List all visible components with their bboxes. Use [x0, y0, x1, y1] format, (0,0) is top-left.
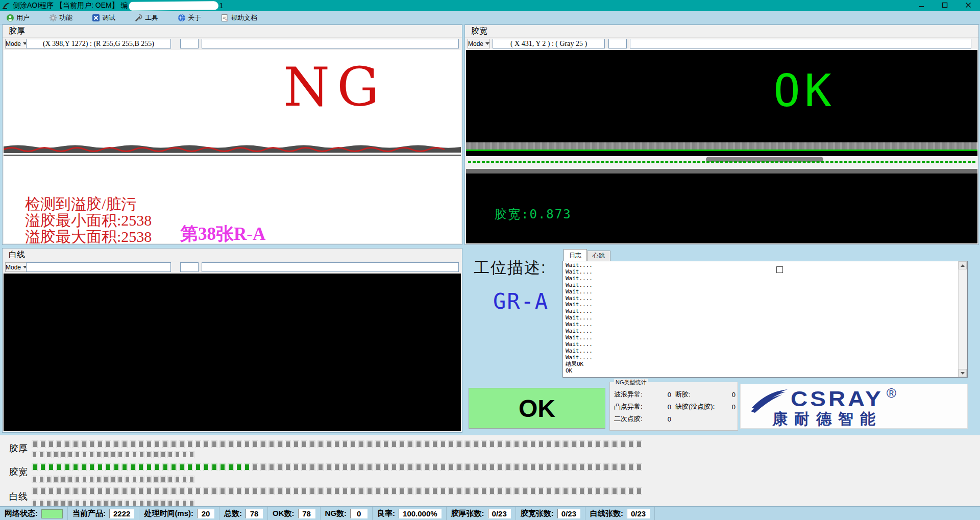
progress-cell: [228, 440, 234, 448]
progress-cell: [125, 476, 130, 483]
minimize-button[interactable]: [910, 0, 933, 11]
progress-cell: [64, 440, 70, 448]
status-label: 当前产品:: [72, 509, 106, 518]
menu-item-帮助文档[interactable]: 帮助文档: [216, 12, 261, 23]
status-item: 网络状态:: [0, 507, 68, 520]
progress-cell: [219, 440, 226, 448]
progress-cell-filled: [154, 463, 160, 471]
pixel-readout[interactable]: ( X 431, Y 2 ) : ( Gray 25 ): [493, 39, 605, 48]
progress-cell: [603, 463, 609, 471]
progress-cell: [620, 440, 626, 448]
progress-cell: [211, 487, 217, 495]
progress-cell: [546, 487, 552, 495]
toolbar-box-small[interactable]: [180, 262, 199, 272]
camera-strip-white: [466, 156, 977, 169]
log-list[interactable]: Wait....Wait....Wait....Wait....Wait....…: [562, 261, 968, 378]
progress-cell: [628, 487, 634, 495]
scroll-down-button[interactable]: [959, 369, 967, 377]
close-button[interactable]: [957, 0, 980, 11]
menu-item-功能[interactable]: 功能: [45, 12, 77, 23]
ng-stat-label: 缺胶(没点胶):: [675, 402, 715, 411]
maximize-button[interactable]: [933, 0, 957, 11]
menu-item-工具[interactable]: 工具: [131, 12, 162, 23]
status-label: 良率:: [377, 509, 395, 518]
window-controls: [910, 0, 980, 11]
mode-dropdown[interactable]: Mode: [5, 39, 28, 48]
toolbar-box-small[interactable]: [608, 39, 627, 48]
progress-cell: [187, 440, 193, 448]
progress-cell: [130, 487, 136, 495]
app-window: 侧涂AOI程序 【当前用户: OEM】 编1 用户功能调试工具关于帮助文档 胶厚…: [0, 0, 980, 520]
status-value: 2222: [109, 509, 134, 518]
progress-cell: [326, 463, 332, 471]
progress-cell: [464, 487, 471, 495]
progress-cell: [587, 463, 593, 471]
pixel-readout[interactable]: (X 398,Y 1272) : (R 255,G 255,B 255): [26, 39, 171, 48]
progress-cell-filled: [113, 463, 119, 471]
menu-item-关于[interactable]: 关于: [174, 12, 205, 23]
progress-cell: [473, 463, 479, 471]
scroll-up-button[interactable]: [959, 261, 967, 269]
progress-cell: [146, 476, 152, 483]
glue-width-measure: 胶宽:0.873: [495, 206, 572, 222]
progress-cell: [334, 440, 340, 448]
mode-dropdown[interactable]: Mode: [468, 39, 490, 48]
progress-cell: [244, 440, 250, 448]
progress-cell: [301, 463, 307, 471]
progress-cell: [105, 440, 111, 448]
progress-cell: [125, 451, 130, 458]
progress-row: [32, 463, 644, 471]
ng-stat-item: 缺胶(没点胶):0: [675, 401, 738, 413]
status-item: 当前产品:2222: [68, 507, 139, 520]
progress-cell: [189, 500, 194, 507]
progress-row: [32, 476, 196, 483]
progress-cell: [67, 451, 73, 458]
debug-icon: [92, 14, 100, 22]
log-tab-日志[interactable]: 日志: [564, 249, 587, 261]
progress-cell: [89, 476, 94, 483]
overall-result-button[interactable]: OK: [469, 388, 605, 429]
pixel-readout[interactable]: [26, 262, 171, 272]
progress-cell: [579, 440, 585, 448]
toolbar-box-long[interactable]: [202, 39, 459, 48]
progress-cell-filled: [48, 463, 54, 471]
log-scrollbar[interactable]: [958, 261, 967, 377]
menu-item-用户[interactable]: 用户: [2, 12, 34, 23]
progress-cell: [497, 440, 503, 448]
glue-thickness-image[interactable]: NG 检测到溢胶/脏污溢胶最小面积:2538溢胶最大面积:2538 第38张R-…: [4, 50, 461, 243]
progress-cell: [48, 487, 54, 495]
status-value: 0/23: [488, 509, 511, 518]
progress-cell: [32, 451, 37, 458]
status-label: 总数:: [224, 509, 242, 518]
progress-cell: [571, 440, 577, 448]
log-tab-心跳[interactable]: 心跳: [587, 251, 610, 261]
progress-cell: [538, 440, 544, 448]
mode-label: Mode: [6, 264, 21, 271]
mode-dropdown[interactable]: Mode: [5, 262, 28, 272]
camera-strip-dim: [466, 169, 977, 174]
toolbar-box-long[interactable]: [630, 39, 971, 48]
progress-cell: [175, 451, 180, 458]
ng-stat-value: 0: [668, 403, 673, 411]
toolbar-box-small[interactable]: [180, 39, 199, 48]
progress-cell: [75, 476, 80, 483]
window-title: 侧涂AOI程序 【当前用户: OEM】 编1: [13, 1, 223, 10]
progress-cell: [203, 440, 209, 448]
status-label: NG数:: [325, 509, 347, 518]
toolbar-box-long[interactable]: [202, 262, 459, 272]
progress-cell: [366, 440, 373, 448]
progress-cell: [440, 463, 446, 471]
progress-cell: [252, 440, 258, 448]
menu-item-调试[interactable]: 调试: [88, 12, 119, 23]
progress-cell: [285, 463, 291, 471]
progress-cell: [96, 500, 102, 507]
white-line-image[interactable]: [4, 274, 461, 431]
progress-cell: [138, 440, 144, 448]
progress-cell: [162, 440, 168, 448]
progress-cell: [160, 500, 166, 507]
progress-cell: [60, 500, 66, 507]
progress-cell: [358, 487, 364, 495]
progress-cell: [399, 463, 405, 471]
glue-width-image[interactable]: OK 胶宽:0.873: [466, 50, 977, 243]
log-checkbox[interactable]: [776, 266, 783, 273]
